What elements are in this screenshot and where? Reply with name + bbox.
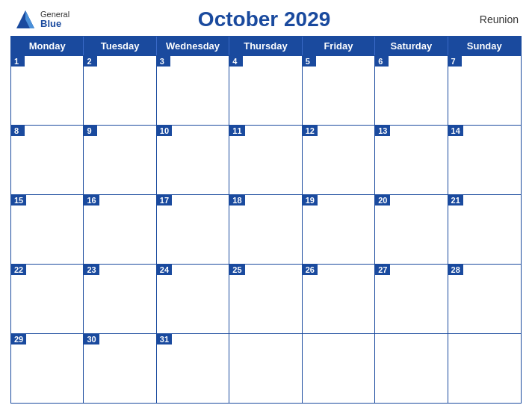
- cal-cell-20[interactable]: 20: [375, 195, 448, 264]
- header-sunday: Sunday: [448, 37, 521, 55]
- cal-cell-14[interactable]: 14: [448, 126, 521, 194]
- date-num-23: 23: [84, 265, 99, 275]
- date-num-20: 20: [375, 195, 390, 206]
- date-num-29: 29: [11, 334, 26, 344]
- date-num-15: 15: [11, 195, 26, 206]
- cal-cell-31[interactable]: 31: [157, 334, 229, 403]
- week-row-1: 1234567: [11, 55, 521, 125]
- cal-cell-26[interactable]: 26: [303, 265, 375, 333]
- cal-cell-13[interactable]: 13: [375, 126, 448, 194]
- header-saturday: Saturday: [375, 37, 448, 55]
- date-num-30: 30: [84, 334, 99, 344]
- cal-cell-15[interactable]: 15: [11, 195, 84, 264]
- date-num-1: 1: [11, 56, 25, 67]
- cal-cell-3[interactable]: 3: [157, 56, 229, 125]
- week-row-5: 293031: [11, 333, 521, 403]
- calendar-title: October 2029: [198, 7, 330, 31]
- logo-text: General Blue: [40, 10, 69, 29]
- date-num-22: 22: [11, 265, 26, 275]
- cal-cell-19[interactable]: 19: [303, 195, 375, 264]
- cal-cell-12[interactable]: 12: [303, 126, 375, 194]
- cal-cell-4[interactable]: 4: [229, 56, 302, 125]
- date-num-12: 12: [303, 126, 318, 136]
- calendar: Monday Tuesday Wednesday Thursday Friday…: [10, 36, 522, 404]
- cal-cell-empty[interactable]: [448, 334, 521, 403]
- cal-cell-28[interactable]: 28: [448, 265, 521, 333]
- cal-cell-6[interactable]: 6: [375, 56, 448, 125]
- date-num-2: 2: [84, 56, 97, 67]
- week-row-4: 22232425262728: [11, 264, 521, 333]
- cal-cell-24[interactable]: 24: [157, 265, 229, 333]
- cal-cell-29[interactable]: 29: [11, 334, 84, 403]
- header-tuesday: Tuesday: [84, 37, 156, 55]
- cal-cell-16[interactable]: 16: [84, 195, 156, 264]
- date-num-24: 24: [157, 265, 172, 275]
- date-num-6: 6: [375, 56, 389, 67]
- cal-cell-5[interactable]: 5: [303, 56, 375, 125]
- date-num-26: 26: [303, 265, 318, 275]
- date-num-19: 19: [303, 195, 318, 206]
- cal-cell-23[interactable]: 23: [84, 265, 156, 333]
- cal-cell-9[interactable]: 9: [84, 126, 156, 194]
- date-num-14: 14: [448, 126, 463, 136]
- title-area: October 2029: [69, 7, 459, 31]
- cal-cell-empty[interactable]: [375, 334, 448, 403]
- date-num-13: 13: [375, 126, 390, 136]
- date-num-10: 10: [157, 126, 172, 136]
- cal-cell-empty[interactable]: [303, 334, 375, 403]
- logo-blue-text: Blue: [40, 19, 69, 29]
- week-row-3: 15161718192021: [11, 194, 521, 264]
- date-num-8: 8: [11, 126, 25, 136]
- date-num-28: 28: [448, 265, 463, 275]
- cal-cell-2[interactable]: 2: [84, 56, 156, 125]
- calendar-page: General Blue October 2029 Reunion Monday…: [0, 0, 532, 411]
- cal-cell-25[interactable]: 25: [229, 265, 302, 333]
- week-row-2: 891011121314: [11, 125, 521, 194]
- cal-cell-empty[interactable]: [229, 334, 302, 403]
- date-num-3: 3: [157, 56, 170, 67]
- cal-cell-8[interactable]: 8: [11, 126, 84, 194]
- cal-cell-22[interactable]: 22: [11, 265, 84, 333]
- cal-cell-10[interactable]: 10: [157, 126, 229, 194]
- cal-cell-17[interactable]: 17: [157, 195, 229, 264]
- date-num-27: 27: [375, 265, 390, 275]
- logo: General Blue: [13, 7, 69, 31]
- cal-cell-1[interactable]: 1: [11, 56, 84, 125]
- calendar-header-row: Monday Tuesday Wednesday Thursday Friday…: [11, 37, 521, 55]
- header-friday: Friday: [303, 37, 375, 55]
- header-wednesday: Wednesday: [157, 37, 229, 55]
- date-num-9: 9: [84, 126, 97, 136]
- cal-cell-11[interactable]: 11: [229, 126, 302, 194]
- header-monday: Monday: [11, 37, 84, 55]
- cal-cell-7[interactable]: 7: [448, 56, 521, 125]
- date-num-11: 11: [229, 126, 244, 136]
- date-num-5: 5: [303, 56, 316, 67]
- date-num-16: 16: [84, 195, 99, 206]
- date-num-4: 4: [229, 56, 243, 67]
- date-num-21: 21: [448, 195, 463, 206]
- cal-cell-21[interactable]: 21: [448, 195, 521, 264]
- cal-cell-27[interactable]: 27: [375, 265, 448, 333]
- calendar-body: 1234567891011121314151617181920212223242…: [11, 55, 521, 403]
- date-num-17: 17: [157, 195, 172, 206]
- cal-cell-30[interactable]: 30: [84, 334, 156, 403]
- date-num-18: 18: [229, 195, 244, 206]
- date-num-31: 31: [157, 334, 172, 344]
- date-num-7: 7: [448, 56, 462, 67]
- logo-icon: [13, 7, 37, 31]
- header-thursday: Thursday: [229, 37, 302, 55]
- region-label: Reunion: [459, 13, 519, 25]
- cal-cell-18[interactable]: 18: [229, 195, 302, 264]
- header: General Blue October 2029 Reunion: [10, 7, 522, 31]
- date-num-25: 25: [229, 265, 244, 275]
